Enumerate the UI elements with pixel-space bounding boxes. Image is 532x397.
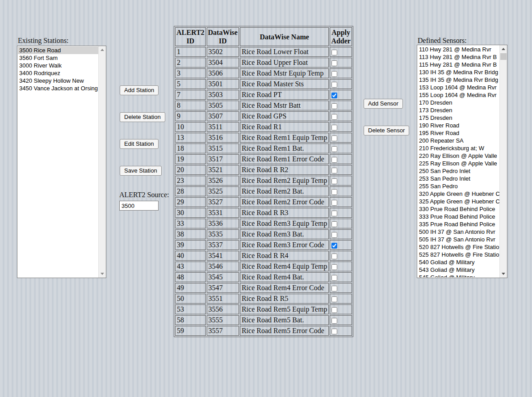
list-item[interactable]: 3420 Sleepy Hollow New [18,77,98,84]
apply-adder-checkbox[interactable] [331,93,337,98]
alert2-source-input[interactable] [119,201,159,211]
apply-adder-checkbox[interactable] [331,243,337,249]
list-item[interactable]: 110 Hwy 281 @ Medina Rvr [418,46,499,53]
list-item[interactable]: 333 Prue Road Behind Police [418,213,499,220]
apply-adder-checkbox[interactable] [331,114,337,120]
existing-stations-listbox[interactable]: 3500 Rice Road3560 Fort Sam3000 River Wa… [17,46,106,278]
save-station-button[interactable]: Save Station [120,166,162,176]
apply-adder-checkbox[interactable] [331,200,337,206]
datawise-id-cell: 3517 [207,154,239,164]
list-item[interactable]: 543 Goliad @ Military [418,266,499,274]
datawise-id-cell: 3536 [207,219,239,228]
list-item[interactable]: 200 Repeater SA [418,137,499,144]
list-item[interactable]: 325 Apple Green @ Huebner C [418,198,499,205]
list-item[interactable]: 153 Loop 1604 @ Medina Rvr [418,84,499,91]
scrollbar-thumb[interactable] [500,53,507,60]
list-item[interactable]: 3560 Fort Sam [18,54,98,62]
list-item[interactable]: 3450 Vance Jackson at Orsing [18,84,98,92]
list-item[interactable]: 190 River Road [418,122,499,129]
apply-adder-checkbox[interactable] [331,275,337,281]
list-item[interactable]: 170 Dresden [418,99,499,106]
list-item[interactable]: 225 Ray Ellison @ Apple Valle [418,160,499,167]
list-item[interactable]: 335 Prue Road Behind Police [418,220,499,228]
list-item[interactable]: 320 Apple Green @ Huebner C [418,190,499,198]
list-item[interactable]: 545 Goliad @ Military [418,274,499,277]
list-item[interactable]: 525 827 Hotwells @ Fire Statio [418,251,499,258]
list-item[interactable]: 130 IH 35 @ Medina Rvr Bridg [418,68,499,76]
apply-adder-checkbox[interactable] [331,168,337,173]
datawise-name-cell: Rice Road R R2 [240,165,329,175]
datawise-id-cell: 3507 [207,111,239,121]
apply-adder-checkbox[interactable] [331,264,337,270]
apply-adder-checkbox[interactable] [331,211,337,216]
list-item[interactable]: 155 Loop 1604 @ Medina Rvr [418,91,499,99]
apply-adder-cell [330,144,352,153]
apply-adder-checkbox[interactable] [331,157,337,163]
list-item[interactable]: 113 Hwy 281 @ Medina Rvr B [418,53,499,61]
apply-adder-checkbox[interactable] [331,135,337,141]
list-item[interactable]: 195 River Road [418,129,499,137]
delete-sensor-button[interactable]: Delete Sensor [364,126,409,135]
apply-adder-checkbox[interactable] [331,296,337,302]
apply-adder-checkbox[interactable] [331,253,337,259]
list-item[interactable]: 500 IH 37 @ San Antonio Rvr [418,228,499,236]
apply-adder-checkbox[interactable] [331,146,337,152]
sensors-scrollbar[interactable] [499,45,507,278]
edit-station-button[interactable]: Edit Station [120,139,159,149]
alert2-id-cell: 5 [175,79,206,89]
list-item[interactable]: 135 IH 35 @ Medina Rvr Bridg [418,76,499,84]
apply-adder-checkbox[interactable] [331,71,337,77]
apply-adder-checkbox[interactable] [331,307,337,313]
add-station-button[interactable]: Add Station [120,85,159,95]
stations-scrollbar[interactable] [98,46,106,278]
list-item[interactable]: 115 Hwy 281 @ Medina Rvr B [418,61,499,68]
apply-adder-checkbox[interactable] [331,232,337,238]
list-item[interactable]: 253 San Pedro Inlet [418,175,499,182]
apply-adder-cell [330,197,352,207]
list-item[interactable]: 330 Prue Road Behind Police [418,205,499,213]
alert2-id-cell: 38 [175,229,206,239]
scroll-up-icon[interactable] [500,45,507,53]
datawise-name-cell: Rice Road Rem1 Equip Temp [240,133,329,143]
apply-adder-cell [330,283,352,293]
scroll-down-icon[interactable] [99,270,106,278]
sensor-table-header-row: ALERT2 ID DataWise ID DataWise Name Appl… [175,27,352,46]
apply-adder-checkbox[interactable] [331,286,337,291]
datawise-name-cell: Rice Road R R4 [240,251,329,261]
apply-adder-checkbox[interactable] [331,189,337,195]
apply-adder-checkbox[interactable] [331,60,337,66]
scroll-down-icon[interactable] [500,270,507,278]
datawise-id-cell: 3516 [207,133,239,143]
list-item[interactable]: 3400 Rodriquez [18,69,98,77]
list-item[interactable]: 210 Fredericksburg at; W [418,144,499,152]
scroll-up-icon[interactable] [99,46,106,54]
existing-stations-label: Existing Stations: [18,37,68,45]
apply-adder-checkbox[interactable] [331,125,337,131]
apply-adder-checkbox[interactable] [331,103,337,109]
list-item[interactable]: 175 Dresden [418,114,499,122]
delete-station-button[interactable]: Delete Station [120,112,165,122]
defined-sensors-items: 110 Hwy 281 @ Medina Rvr113 Hwy 281 @ Me… [418,46,499,277]
list-item[interactable]: 505 IH 37 @ San Antonio Rvr [418,236,499,243]
add-sensor-button[interactable]: Add Sensor [364,99,403,109]
datawise-name-cell: Rice Road R1 [240,122,329,132]
list-item[interactable]: 250 San Pedro Inlet [418,167,499,175]
defined-sensors-listbox[interactable]: 110 Hwy 281 @ Medina Rvr113 Hwy 281 @ Me… [417,45,507,278]
apply-adder-checkbox[interactable] [331,221,337,227]
list-item[interactable]: 3000 River Walk [18,62,98,69]
apply-adder-checkbox[interactable] [331,318,337,324]
datawise-id-cell: 3557 [207,326,239,336]
list-item[interactable]: 255 San Pedro [418,182,499,190]
apply-adder-checkbox[interactable] [331,50,337,55]
apply-adder-checkbox[interactable] [331,329,337,334]
list-item[interactable]: 520 827 Hotwells @ Fire Statio [418,243,499,251]
apply-adder-cell [330,122,352,132]
list-item[interactable]: 220 Ray Ellison @ Apple Valle [418,152,499,160]
datawise-name-cell: Rice Road Rem4 Bat. [240,272,329,282]
list-item[interactable]: 3500 Rice Road [18,46,98,54]
datawise-id-cell: 3503 [207,90,239,100]
list-item[interactable]: 173 Dresden [418,106,499,114]
list-item[interactable]: 540 Goliad @ Military [418,258,499,266]
apply-adder-checkbox[interactable] [331,82,337,88]
apply-adder-checkbox[interactable] [331,178,337,184]
